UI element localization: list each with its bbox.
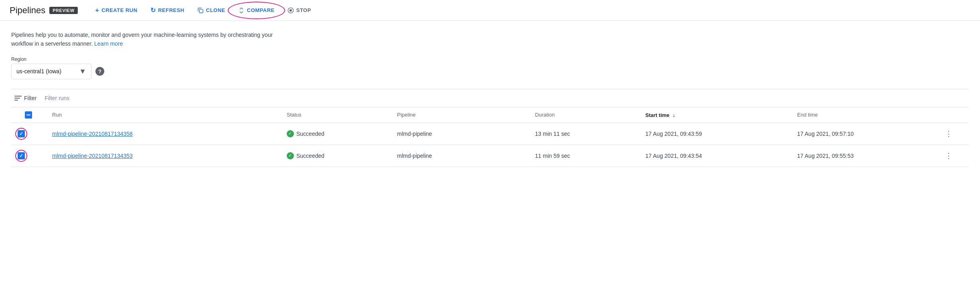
row2-run-link[interactable]: mlmd-pipeline-20210817134353	[52, 153, 133, 159]
select-all-header[interactable]	[11, 107, 46, 123]
row1-checkbox[interactable]	[18, 130, 25, 137]
filter-placeholder: Filter runs	[45, 95, 69, 101]
row1-more-button[interactable]: ⋮	[935, 128, 962, 140]
row2-status: ✓ Succeeded	[280, 145, 391, 167]
clone-button[interactable]: CLONE	[191, 5, 232, 16]
stop-button[interactable]: STOP	[281, 5, 318, 16]
row2-more-button[interactable]: ⋮	[935, 150, 962, 162]
compare-icon	[238, 7, 245, 14]
row2-duration: 11 min 59 sec	[528, 145, 639, 167]
row2-checkbox-wrapper	[18, 152, 25, 159]
row1-checkbox-wrapper	[18, 130, 25, 137]
table-row: mlmd-pipeline-20210817134353 ✓ Succeeded…	[11, 145, 969, 167]
compare-button-wrapper: COMPARE	[232, 5, 281, 16]
stop-icon	[288, 7, 294, 14]
learn-more-link[interactable]: Learn more	[94, 40, 123, 47]
row2-pipeline: mlmd-pipeline	[391, 145, 528, 167]
svg-rect-2	[290, 10, 292, 11]
row1-start-time: 17 Aug 2021, 09:43:59	[639, 123, 791, 145]
row1-actions: ⋮	[929, 123, 969, 145]
region-value: us-central1 (Iowa)	[16, 68, 76, 74]
row1-end-time: 17 Aug 2021, 09:57:10	[791, 123, 929, 145]
preview-badge: PREVIEW	[49, 7, 77, 14]
row2-start-time: 17 Aug 2021, 09:43:54	[639, 145, 791, 167]
region-section: Region us-central1 (Iowa) ▼ ?	[11, 56, 969, 79]
col-header-end-time: End time	[791, 107, 929, 123]
row1-run-link[interactable]: mlmd-pipeline-20210817134358	[52, 131, 133, 137]
row1-pipeline: mlmd-pipeline	[391, 123, 528, 145]
filter-bar: Filter Filter runs	[11, 89, 969, 107]
row1-status-icon: ✓	[287, 130, 294, 137]
row2-run: mlmd-pipeline-20210817134353	[46, 145, 280, 167]
select-all-checkbox[interactable]	[25, 111, 32, 119]
clone-icon	[197, 7, 204, 14]
col-header-run: Run	[46, 107, 280, 123]
main-content: Pipelines help you to automate, monitor …	[0, 21, 980, 167]
help-icon[interactable]: ?	[95, 67, 104, 76]
refresh-icon: ↻	[150, 6, 156, 14]
chevron-down-icon: ▼	[79, 67, 86, 76]
page-title: Pipelines	[10, 5, 45, 16]
runs-table: Run Status Pipeline Duration Start time …	[11, 107, 969, 167]
row2-actions: ⋮	[929, 145, 969, 167]
filter-icon	[14, 96, 22, 101]
plus-icon: +	[95, 7, 99, 14]
compare-button[interactable]: COMPARE	[232, 5, 281, 16]
svg-rect-0	[199, 9, 203, 13]
col-header-duration: Duration	[528, 107, 639, 123]
col-header-pipeline: Pipeline	[391, 107, 528, 123]
region-label: Region	[11, 56, 969, 62]
region-select-wrapper: us-central1 (Iowa) ▼ ?	[11, 64, 969, 79]
region-select[interactable]: us-central1 (Iowa) ▼	[11, 64, 91, 79]
table-row: mlmd-pipeline-20210817134358 ✓ Succeeded…	[11, 123, 969, 145]
create-run-button[interactable]: + CREATE RUN	[89, 4, 144, 16]
row1-run: mlmd-pipeline-20210817134358	[46, 123, 280, 145]
refresh-button[interactable]: ↻ REFRESH	[144, 4, 191, 16]
toolbar: Pipelines PREVIEW + CREATE RUN ↻ REFRESH…	[0, 0, 980, 21]
row2-checkbox[interactable]	[18, 152, 25, 159]
row1-duration: 13 min 11 sec	[528, 123, 639, 145]
filter-button[interactable]: Filter	[11, 93, 40, 103]
row1-status: ✓ Succeeded	[280, 123, 391, 145]
row2-checkbox-cell[interactable]	[11, 145, 46, 167]
col-header-start-time[interactable]: Start time ↓	[639, 107, 791, 123]
col-header-status: Status	[280, 107, 391, 123]
description: Pipelines help you to automate, monitor …	[11, 30, 284, 48]
row2-end-time: 17 Aug 2021, 09:55:53	[791, 145, 929, 167]
row1-checkbox-cell[interactable]	[11, 123, 46, 145]
col-header-actions	[929, 107, 969, 123]
row2-status-icon: ✓	[287, 152, 294, 159]
sort-desc-icon: ↓	[672, 112, 675, 118]
